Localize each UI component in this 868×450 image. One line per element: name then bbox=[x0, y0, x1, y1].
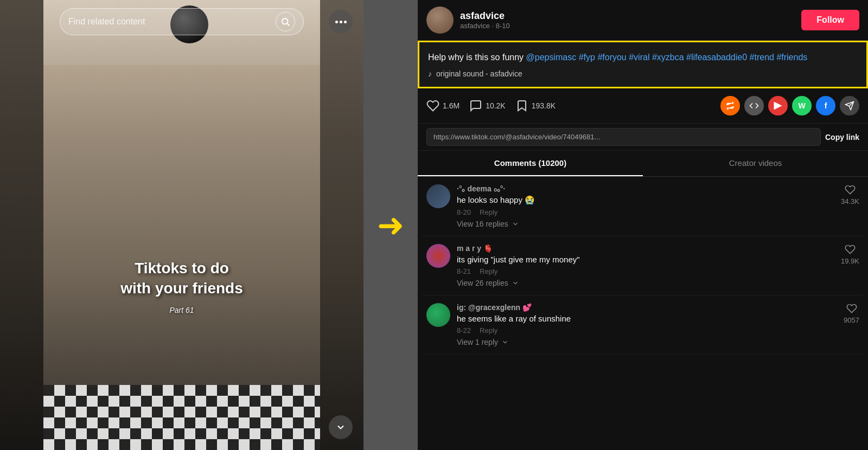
share-icons: W f bbox=[720, 96, 859, 115]
reply-button[interactable]: Reply bbox=[480, 326, 497, 335]
avatar bbox=[426, 184, 450, 208]
share-arrow-button[interactable] bbox=[840, 96, 859, 115]
comment-date: 8-22 bbox=[457, 326, 471, 335]
caption-plain: Help why is this so funny bbox=[428, 53, 526, 62]
svg-point-0 bbox=[282, 18, 288, 24]
link-row: https://www.tiktok.com/@asfadvice/video/… bbox=[418, 124, 868, 151]
comment-date: 8-21 bbox=[457, 267, 471, 275]
comment-like[interactable]: 19.9K bbox=[841, 244, 859, 287]
right-panel: asfadvice asfadvice · 8-10 Follow Help w… bbox=[418, 0, 868, 450]
search-bar[interactable] bbox=[60, 8, 304, 35]
dot3 bbox=[344, 21, 347, 23]
bookmarks-count: 193.8K bbox=[532, 101, 556, 110]
comment-item: m a r y 🫀 its giving "just give me my mo… bbox=[422, 236, 864, 295]
embed-button[interactable] bbox=[744, 96, 764, 115]
actions-row: 1.6M 10.2K 193.8K bbox=[418, 88, 868, 124]
creator-handle: asfadvice · 8-10 bbox=[460, 22, 795, 30]
comment-username: ·°ₒ deema ₀ₒ°· bbox=[457, 184, 834, 193]
tab-comments[interactable]: Comments (10200) bbox=[418, 151, 643, 176]
comment-text: its giving "just give me my money" bbox=[457, 255, 834, 264]
avatar bbox=[426, 7, 454, 34]
view-reply-button[interactable]: View 1 reply bbox=[457, 338, 837, 346]
music-icon: ♪ bbox=[428, 69, 432, 78]
tabs-row: Comments (10200) Creator videos bbox=[418, 151, 868, 177]
likes-action[interactable]: 1.6M bbox=[426, 99, 459, 112]
comment-text: he looks so happy 😭 bbox=[457, 195, 834, 205]
video-caption-line1: Tiktoks to do with your friends bbox=[120, 259, 243, 298]
share-red-button[interactable] bbox=[768, 96, 788, 115]
tab-creator[interactable]: Creator videos bbox=[643, 151, 868, 176]
caption-mention[interactable]: @pepsimasc bbox=[526, 53, 577, 62]
likes-count: 1.6M bbox=[443, 101, 459, 110]
pointing-arrow: ➜ bbox=[377, 206, 404, 244]
sound-label: original sound - asfadvice bbox=[436, 69, 522, 78]
caption-area: Help why is this so funny @pepsimasc #fy… bbox=[418, 41, 868, 88]
comment-like[interactable]: 34.3K bbox=[841, 184, 859, 228]
avatar bbox=[426, 244, 450, 268]
comments-count: 10.2K bbox=[486, 101, 506, 110]
comment-item: ·°ₒ deema ₀ₒ°· he looks so happy 😭 8-20 … bbox=[422, 177, 864, 236]
view-replies-button[interactable]: View 16 replies bbox=[457, 220, 834, 228]
creator-header: asfadvice asfadvice · 8-10 Follow bbox=[418, 0, 868, 41]
creator-username: asfadvice bbox=[460, 10, 795, 22]
arrow-area: ➜ bbox=[363, 0, 418, 450]
more-options-button[interactable] bbox=[329, 10, 353, 34]
comments-action[interactable]: 10.2K bbox=[469, 99, 506, 112]
comment-meta: 8-21 Reply bbox=[457, 267, 834, 275]
repost-button[interactable] bbox=[720, 96, 740, 115]
scroll-down-button[interactable] bbox=[329, 415, 353, 439]
comment-meta: 8-22 Reply bbox=[457, 326, 837, 335]
search-input[interactable] bbox=[68, 17, 276, 27]
copy-link-button[interactable]: Copy link bbox=[825, 133, 859, 142]
caption-hashtags: #fyp #foryou #viral #xyzbca #lifeasabadd… bbox=[579, 53, 808, 62]
sound-row: ♪ original sound - asfadvice bbox=[428, 69, 858, 78]
comment-body: ·°ₒ deema ₀ₒ°· he looks so happy 😭 8-20 … bbox=[457, 184, 834, 228]
comment-like[interactable]: 9057 bbox=[844, 303, 859, 346]
video-link: https://www.tiktok.com/@asfadvice/video/… bbox=[426, 128, 821, 146]
bookmarks-action[interactable]: 193.8K bbox=[515, 99, 556, 112]
comment-date: 8-20 bbox=[457, 208, 471, 216]
reply-button[interactable]: Reply bbox=[480, 267, 497, 275]
comment-section: ·°ₒ deema ₀ₒ°· he looks so happy 😭 8-20 … bbox=[418, 177, 868, 355]
view-replies-button[interactable]: View 26 replies bbox=[457, 279, 834, 287]
comment-meta: 8-20 Reply bbox=[457, 208, 834, 216]
avatar bbox=[426, 303, 450, 327]
comment-body: m a r y 🫀 its giving "just give me my mo… bbox=[457, 244, 834, 287]
whatsapp-button[interactable]: W bbox=[792, 96, 812, 115]
dot1 bbox=[335, 21, 338, 23]
header-info: asfadvice asfadvice · 8-10 bbox=[460, 10, 795, 30]
svg-line-1 bbox=[287, 23, 289, 25]
caption-text: Help why is this so funny @pepsimasc #fy… bbox=[428, 51, 858, 64]
follow-button[interactable]: Follow bbox=[801, 10, 859, 30]
video-caption-sub: Part 61 bbox=[169, 306, 194, 314]
comment-body: ig: @gracexglenn 💕 he seems like a ray o… bbox=[457, 303, 837, 346]
video-panel: Tiktoks to do with your friends Part 61 bbox=[0, 0, 363, 450]
comment-username: m a r y 🫀 bbox=[457, 244, 834, 253]
comment-item: ig: @gracexglenn 💕 he seems like a ray o… bbox=[422, 295, 864, 355]
search-icon-btn[interactable] bbox=[276, 12, 295, 31]
comment-username: ig: @gracexglenn 💕 bbox=[457, 303, 837, 312]
comment-text: he seems like a ray of sunshine bbox=[457, 314, 837, 323]
svg-marker-2 bbox=[774, 102, 782, 110]
reply-button[interactable]: Reply bbox=[480, 208, 497, 216]
dot2 bbox=[340, 21, 342, 23]
facebook-button[interactable]: f bbox=[816, 96, 835, 115]
